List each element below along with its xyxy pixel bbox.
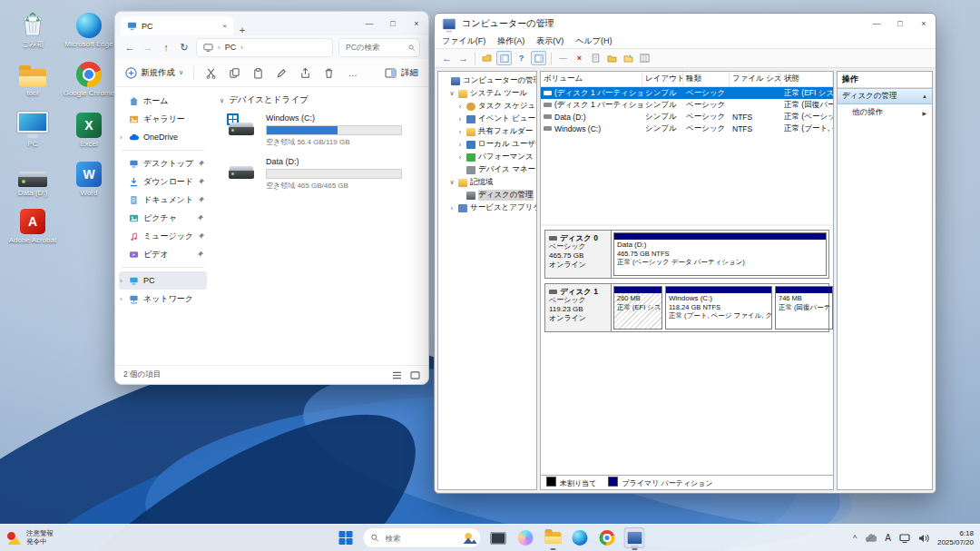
show-action-pane-button[interactable]: [531, 51, 546, 65]
more-actions[interactable]: 他の操作 ▶: [838, 104, 932, 121]
column-type[interactable]: 種類: [683, 72, 730, 86]
explorer-tab-pc[interactable]: PC ×: [121, 16, 233, 35]
tree-item-event-viewer[interactable]: ›イベント ビューアー: [438, 113, 536, 125]
copilot-button[interactable]: [515, 527, 536, 548]
mmc-title-bar[interactable]: コンピューターの管理 — □ ×: [435, 14, 936, 34]
sidebar-item-onedrive[interactable]: › OneDrive: [119, 128, 207, 146]
maximize-button[interactable]: □: [888, 14, 912, 34]
sidebar-item-videos[interactable]: ビデオ: [119, 245, 207, 263]
close-button[interactable]: ×: [405, 12, 428, 35]
sidebar-item-music[interactable]: ミュージック: [119, 227, 207, 245]
tree-item-storage[interactable]: ∨記憶域: [438, 176, 536, 189]
column-layout[interactable]: レイアウト: [642, 72, 683, 86]
new-button[interactable]: 新規作成 ∨: [125, 67, 183, 79]
tree-item-local-users-groups[interactable]: ›ローカル ユーザーとグループ: [438, 138, 536, 151]
widgets-button[interactable]: 注意警報 発令中: [6, 525, 54, 551]
volume-row[interactable]: (ディスク 1 パーティション 4) シンプル ベーシック 正常 (回復パーティ…: [541, 99, 833, 111]
paste-button[interactable]: [251, 66, 265, 80]
desktop-icon-edge[interactable]: Microsoft Edge: [62, 7, 116, 48]
tree-item-performance[interactable]: ›パフォーマンス: [438, 151, 536, 163]
minimize-button[interactable]: —: [865, 14, 888, 34]
help-button[interactable]: ?: [514, 52, 528, 64]
tab-close-icon[interactable]: ×: [222, 22, 227, 30]
tree-item-disk-management[interactable]: ディスクの管理: [438, 189, 536, 202]
menu-view[interactable]: 表示(V): [536, 35, 564, 47]
forward-button[interactable]: →: [456, 52, 470, 64]
taskbar-file-explorer[interactable]: [543, 527, 564, 548]
desktop-icon-chrome[interactable]: Google Chrome: [62, 56, 116, 97]
desktop-icon-word[interactable]: W Word: [62, 156, 116, 197]
menu-action[interactable]: 操作(A): [497, 35, 524, 47]
sidebar-item-pictures[interactable]: ピクチャ: [119, 209, 207, 227]
back-button[interactable]: ←: [440, 52, 454, 64]
task-view-button[interactable]: [488, 527, 509, 548]
column-settings-button[interactable]: [638, 52, 652, 64]
sidebar-item-home[interactable]: ホーム: [119, 92, 207, 110]
volume-row[interactable]: Data (D:) シンプル ベーシック NTFS 正常 (ベーシック データ …: [541, 111, 833, 123]
tree-item-shared-folders[interactable]: ›共有フォルダー: [438, 125, 536, 138]
up-button[interactable]: ↑: [160, 42, 172, 53]
expander-icon[interactable]: ∨: [448, 179, 456, 186]
desktop-icon-data-drive[interactable]: Data (D:): [5, 156, 60, 197]
drive-item-c[interactable]: Windows (C:) 空き領域 56.4 GB/119 GB: [227, 113, 419, 147]
back-button[interactable]: ←: [123, 42, 136, 53]
chevron-right-icon[interactable]: ›: [120, 277, 122, 285]
search-input[interactable]: [384, 533, 458, 544]
onedrive-tray-icon[interactable]: [865, 534, 877, 543]
cut-button[interactable]: [204, 66, 218, 80]
thumbnail-view-icon[interactable]: [410, 371, 420, 379]
sidebar-item-network[interactable]: › ネットワーク: [119, 290, 207, 308]
drive-item-d[interactable]: Data (D:) 空き領域 465 GB/465 GB: [227, 157, 419, 191]
details-view-button[interactable]: 詳細: [385, 67, 418, 79]
open-button[interactable]: [605, 52, 619, 64]
sidebar-item-downloads[interactable]: ダウンロード: [119, 172, 207, 191]
close-button[interactable]: ×: [912, 14, 936, 34]
volume-row[interactable]: Windows (C:) シンプル ベーシック NTFS 正常 (ブート, ペー…: [541, 123, 833, 134]
taskbar-search[interactable]: [363, 527, 482, 548]
disk-0-label[interactable]: ディスク 0 ベーシック 465.75 GB オンライン: [545, 231, 612, 278]
show-console-tree-button[interactable]: [496, 51, 512, 65]
tree-item-services-applications[interactable]: ›サービスとアプリケーション: [438, 202, 536, 214]
expander-icon[interactable]: ›: [456, 116, 464, 123]
rename-button[interactable]: [275, 66, 289, 80]
expander-icon[interactable]: ›: [456, 129, 464, 135]
disk-1-label[interactable]: ディスク 1 ベーシック 119.23 GB オンライン: [545, 284, 612, 331]
taskbar-chrome[interactable]: [597, 527, 618, 548]
actions-group-disk-management[interactable]: ディスクの管理 ▲: [838, 88, 932, 104]
desktop-icon-recycle-bin[interactable]: ごみ箱: [5, 7, 60, 48]
partition-data-d[interactable]: Data (D:) 465.75 GB NTFS 正常 (ベーシック データ パ…: [613, 232, 827, 276]
expander-icon[interactable]: ›: [456, 142, 464, 148]
copy-button[interactable]: [228, 66, 241, 80]
column-volume[interactable]: ボリューム: [541, 72, 642, 86]
partition-windows-c[interactable]: Windows (C:) 118.24 GB NTFS 正常 (ブート, ページ…: [665, 286, 772, 330]
search-input[interactable]: [344, 42, 406, 53]
mark-partition-button[interactable]: —: [556, 52, 570, 64]
hidden-icons-chevron[interactable]: ^: [853, 534, 857, 543]
up-one-level-button[interactable]: [480, 52, 494, 64]
chevron-right-icon[interactable]: ›: [120, 133, 122, 142]
volume-row[interactable]: (ディスク 1 パーティション 1) シンプル ベーシック 正常 (EFI シス…: [541, 87, 833, 99]
network-icon[interactable]: [899, 534, 910, 543]
forward-button[interactable]: →: [142, 42, 154, 53]
column-status[interactable]: 状態: [781, 72, 833, 86]
list-view-icon[interactable]: [392, 371, 402, 379]
collapse-icon[interactable]: ▲: [922, 93, 927, 99]
volume-icon[interactable]: [918, 534, 929, 543]
delete-volume-button[interactable]: ×: [573, 52, 586, 64]
taskbar-edge[interactable]: [570, 527, 591, 548]
desktop-icon-folder[interactable]: tool: [5, 56, 60, 97]
desktop-icon-acrobat[interactable]: A Adobe Acrobat: [5, 203, 60, 244]
explorer-search[interactable]: [338, 38, 420, 57]
taskbar-computer-management[interactable]: [624, 527, 645, 548]
expander-icon[interactable]: ›: [456, 103, 464, 110]
maximize-button[interactable]: □: [381, 12, 405, 35]
expander-icon[interactable]: ∨: [448, 90, 456, 97]
more-options-button[interactable]: …: [346, 66, 359, 80]
partition-efi[interactable]: 260 MB 正常 (EFI システム パーティション): [613, 286, 662, 330]
ime-indicator[interactable]: A: [885, 533, 891, 543]
refresh-button[interactable]: ↻: [178, 42, 191, 54]
partition-recovery[interactable]: 746 MB 正常 (回復パーティション): [775, 286, 833, 330]
properties-button[interactable]: [589, 52, 603, 64]
sidebar-item-gallery[interactable]: ギャラリー: [119, 110, 207, 128]
share-button[interactable]: [299, 66, 312, 80]
